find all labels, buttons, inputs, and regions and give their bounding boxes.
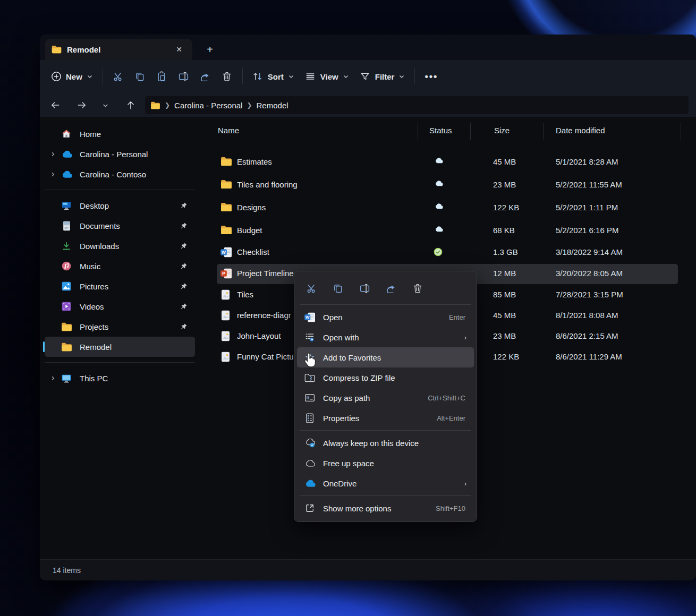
rename-icon[interactable] <box>356 280 373 297</box>
view-button-label: View <box>320 72 338 81</box>
recent-locations-chevron-icon[interactable] <box>96 96 114 114</box>
sidebar-item-label: Pictures <box>80 282 108 291</box>
cut-icon[interactable] <box>303 280 320 297</box>
image-file-icon <box>220 289 232 301</box>
pin-icon <box>180 202 188 209</box>
sidebar: Home Carolina - Personal Carolina - Cont… <box>40 118 198 559</box>
file-size: 68 KB <box>493 226 515 235</box>
sort-button[interactable]: Sort <box>247 67 300 87</box>
copy-icon[interactable] <box>329 280 346 297</box>
breadcrumb-segment[interactable]: Carolina - Personal <box>174 101 242 110</box>
new-tab-button[interactable]: + <box>202 42 217 57</box>
new-button[interactable]: New <box>45 67 98 87</box>
column-divider[interactable] <box>418 123 418 140</box>
menu-item-onedrive[interactable]: OneDrive › <box>297 473 474 493</box>
rename-icon <box>178 71 189 82</box>
breadcrumb-chevron-icon: ❯ <box>247 101 252 109</box>
delete-button[interactable] <box>216 67 238 87</box>
breadcrumb-segment[interactable]: Remodel <box>257 101 288 110</box>
sidebar-item-carolina-contoso[interactable]: Carolina - Contoso <box>45 164 195 184</box>
chevron-right-icon[interactable] <box>45 375 61 381</box>
sidebar-item-remodel[interactable]: Remodel <box>45 337 195 357</box>
menu-item-copy-as-path[interactable]: Copy as path Ctrl+Shift+C <box>297 388 474 408</box>
paste-icon <box>156 71 167 82</box>
cloud-status-icon <box>434 180 445 191</box>
view-button[interactable]: View <box>300 67 354 87</box>
file-row-estimates[interactable]: Estimates 45 MB 5/1/2021 8:28 AM <box>217 152 678 173</box>
sidebar-item-videos[interactable]: Videos <box>45 296 195 316</box>
plus-circle-icon <box>50 71 62 82</box>
file-date: 8/1/2021 8:08 AM <box>556 311 618 320</box>
column-divider[interactable] <box>470 123 471 140</box>
delete-icon[interactable] <box>409 280 426 297</box>
column-header-status[interactable]: Status <box>429 126 452 135</box>
menu-item-always-keep-on-device[interactable]: Always keep on this device <box>297 433 474 453</box>
folder-icon <box>220 157 232 168</box>
folder-icon <box>220 202 232 214</box>
sidebar-item-music[interactable]: Music <box>45 256 195 276</box>
column-header-date[interactable]: Date modified <box>556 126 605 135</box>
more-options-icon[interactable]: ••• <box>419 68 443 85</box>
column-divider[interactable] <box>681 123 681 140</box>
menu-item-compress-to-zip[interactable]: Compress to ZIP file <box>297 367 474 388</box>
share-button[interactable] <box>194 67 216 87</box>
file-row-designs[interactable]: Designs 122 KB 5/2/2021 1:11 PM <box>217 198 678 218</box>
sidebar-item-home[interactable]: Home <box>45 124 195 144</box>
tab-remodel[interactable]: Remodel ✕ <box>45 39 192 60</box>
paste-button[interactable] <box>151 67 173 87</box>
chevron-right-icon[interactable] <box>45 151 61 157</box>
mouse-cursor <box>303 352 317 368</box>
sidebar-item-this-pc[interactable]: This PC <box>45 368 195 388</box>
column-header-size[interactable]: Size <box>494 126 510 135</box>
sidebar-item-documents[interactable]: Documents <box>45 216 195 236</box>
image-file-icon <box>220 331 232 343</box>
menu-item-free-up-space[interactable]: Free up space <box>297 453 474 473</box>
cloud-status-icon <box>434 226 445 236</box>
file-row-tiles-and-flooring[interactable]: Tiles and flooring 23 MB 5/2/2021 11:55 … <box>217 175 678 195</box>
file-name: Designs <box>237 203 266 212</box>
file-name: Funny Cat Pictu <box>237 352 294 361</box>
sidebar-item-carolina-personal[interactable]: Carolina - Personal <box>45 144 195 164</box>
chevron-right-icon[interactable] <box>45 172 61 177</box>
image-file-icon <box>220 310 232 322</box>
cloud-status-icon <box>434 203 445 213</box>
up-button[interactable] <box>122 96 140 114</box>
sort-icon <box>252 71 264 82</box>
tab-close-icon[interactable]: ✕ <box>172 42 186 56</box>
address-bar[interactable]: ❯ Carolina - Personal ❯ Remodel <box>145 96 689 114</box>
svg-text:W: W <box>222 250 226 255</box>
view-icon <box>305 71 316 82</box>
powerpoint-file-icon: P <box>220 268 232 280</box>
file-date: 3/20/2022 8:05 AM <box>556 269 623 278</box>
file-date: 8/6/2021 2:15 AM <box>556 331 618 340</box>
chevron-down-icon <box>343 73 349 80</box>
downloads-icon <box>61 240 72 252</box>
sidebar-item-projects[interactable]: Projects <box>45 316 195 337</box>
zip-folder-icon <box>304 372 316 383</box>
menu-item-open-with[interactable]: Open with › <box>297 327 474 347</box>
file-row-budget[interactable]: Budget 68 KB 5/2/2021 6:16 PM <box>217 221 678 241</box>
column-header-name[interactable]: Name <box>218 126 239 135</box>
menu-item-show-more-options[interactable]: Show more options Shift+F10 <box>297 498 474 518</box>
menu-divider <box>300 430 471 431</box>
back-button[interactable] <box>46 96 64 114</box>
toolbar-divider <box>242 69 243 84</box>
column-divider[interactable] <box>543 123 544 140</box>
sidebar-item-desktop[interactable]: Desktop <box>45 195 195 216</box>
cut-icon <box>113 71 124 82</box>
cut-button[interactable] <box>107 67 129 87</box>
pin-icon <box>180 323 188 330</box>
menu-item-open[interactable]: W Open Enter <box>297 307 474 327</box>
rename-button[interactable] <box>173 67 194 87</box>
desktop-icon <box>61 200 72 211</box>
filter-button[interactable]: Filter <box>354 67 411 87</box>
file-row-checklist[interactable]: W Checklist 1.3 GB 3/18/2022 9:14 AM <box>217 243 678 263</box>
forward-button[interactable] <box>73 96 91 114</box>
share-icon[interactable] <box>383 280 400 297</box>
sidebar-item-pictures[interactable]: Pictures <box>45 276 195 296</box>
menu-item-properties[interactable]: Properties Alt+Enter <box>297 408 474 428</box>
sidebar-item-downloads[interactable]: Downloads <box>45 236 195 256</box>
menu-item-label: Properties <box>323 414 437 423</box>
copy-button[interactable] <box>129 67 151 87</box>
menu-item-add-to-favorites[interactable]: Add to Favorites <box>297 347 474 367</box>
